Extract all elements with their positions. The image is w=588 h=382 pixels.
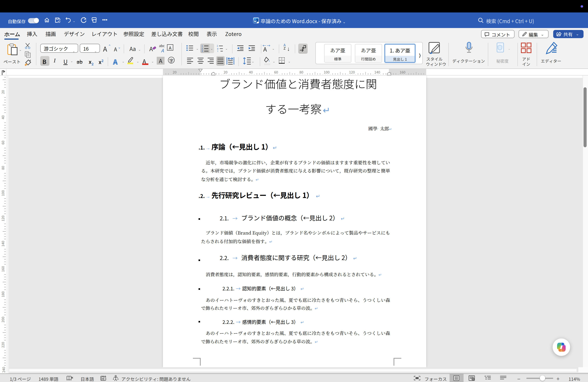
svg-text:3: 3: [201, 49, 203, 52]
svg-text:i: i: [217, 49, 218, 52]
svg-text:W: W: [254, 19, 256, 23]
